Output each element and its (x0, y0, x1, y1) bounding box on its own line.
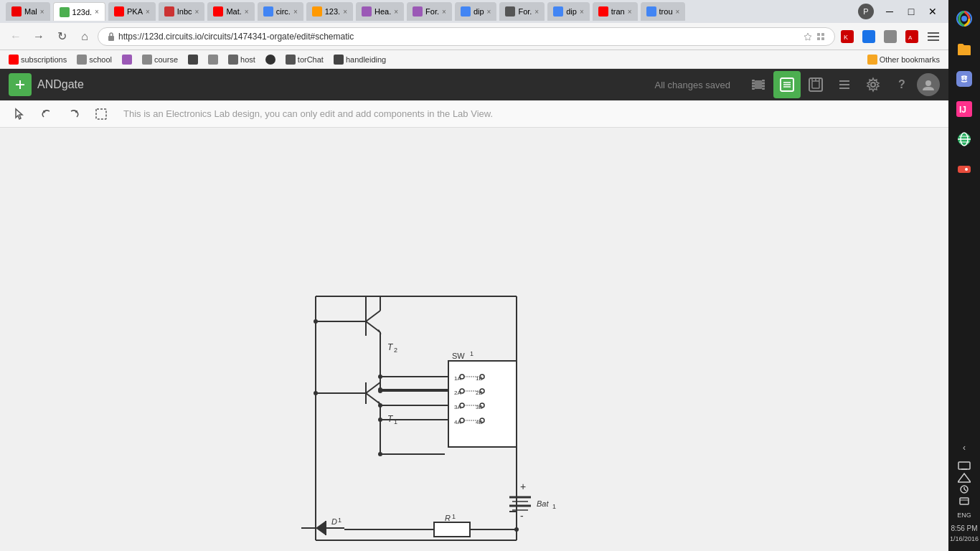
bookmark-subscriptions[interactable]: subscriptions (6, 52, 70, 67)
taskbar-folder-icon[interactable] (951, 36, 977, 62)
tab-fors[interactable]: For. × (407, 2, 452, 21)
tab-trou[interactable]: trou × (641, 2, 686, 21)
kaspersky-icon[interactable]: K (838, 27, 857, 46)
reload-button[interactable]: ↻ (52, 27, 72, 47)
bookmark-favicon (334, 55, 344, 65)
bookmark-torchat[interactable]: torChat (283, 52, 326, 67)
tab-favicon (553, 6, 563, 17)
svg-rect-29 (884, 30, 897, 43)
svg-rect-52 (812, 81, 819, 88)
tab-label: tran (611, 7, 625, 16)
taskbar-chevron-icon[interactable]: ‹ (960, 440, 969, 456)
tab-favicon (598, 6, 608, 17)
tab-close-icon[interactable]: × (394, 8, 398, 16)
bom-button[interactable] (831, 71, 858, 98)
bookmark-handleiding[interactable]: handleiding (331, 52, 389, 67)
svg-text:1: 1 (470, 350, 473, 357)
tab-close-icon[interactable]: × (534, 8, 539, 16)
help-icon: ? (898, 78, 905, 91)
extensions-icon[interactable] (816, 32, 826, 42)
tab-dip[interactable]: dip × (455, 2, 497, 21)
app-logo (9, 73, 32, 96)
pcb-button[interactable] (802, 71, 829, 98)
bookmark-school[interactable]: school (74, 52, 115, 67)
tab-close-icon[interactable]: × (343, 8, 347, 16)
tab-close-icon[interactable]: × (293, 8, 298, 16)
svg-rect-11 (958, 166, 971, 173)
bookmark-favicon (265, 55, 275, 65)
tab-fors2[interactable]: For. × (499, 2, 545, 21)
bookmark-icon1[interactable] (185, 52, 201, 67)
taskbar-network-icon[interactable] (951, 126, 977, 152)
close-button[interactable]: ✕ (923, 4, 943, 19)
tab-close-icon[interactable]: × (487, 8, 491, 16)
bookmark-favicon (228, 55, 238, 65)
bookmark-favicon (208, 55, 218, 65)
bookmark-course[interactable]: course (139, 52, 181, 67)
url-text: https://123d.circuits.io/circuits/147434… (118, 32, 800, 42)
extension-icon-3[interactable]: A (903, 27, 921, 46)
tab-123b[interactable]: 123. × (306, 2, 353, 21)
tab-tran[interactable]: tran × (593, 2, 638, 21)
svg-rect-19 (960, 498, 969, 504)
tab-close-icon[interactable]: × (245, 8, 249, 16)
bookmark-twitch[interactable] (119, 52, 135, 67)
tab-pka[interactable]: PKA × (108, 2, 156, 21)
help-button[interactable]: ? (888, 71, 915, 98)
taskbar-chrome-icon[interactable] (951, 6, 977, 32)
maximize-button[interactable]: □ (901, 4, 921, 19)
tab-favicon (362, 6, 372, 17)
bookmark-host[interactable]: host (225, 52, 258, 67)
bookmark-github[interactable] (263, 52, 278, 67)
tab-favicon (505, 6, 515, 17)
app-toolbar: ANDgate All changes saved (0, 69, 948, 100)
settings-button[interactable] (859, 71, 887, 98)
window-controls: P ─ □ ✕ (858, 4, 943, 19)
browser-user-avatar[interactable]: P (858, 4, 874, 19)
tab-close-icon[interactable]: × (442, 8, 446, 16)
tab-close-icon[interactable]: × (40, 8, 44, 16)
tab-close-icon[interactable]: × (146, 8, 150, 16)
taskbar-discord-icon[interactable] (951, 66, 977, 92)
tab-label: circ. (276, 7, 291, 16)
minimize-button[interactable]: ─ (880, 4, 900, 19)
forward-button[interactable]: → (29, 27, 49, 47)
tab-circ[interactable]: circ. × (258, 2, 303, 21)
bookmark-other[interactable]: Other bookmarks (864, 52, 943, 67)
tab-hea[interactable]: Hea. × (356, 2, 404, 21)
bookmark-icon2[interactable] (205, 52, 221, 67)
tab-123d[interactable]: 123d. × (53, 2, 105, 21)
star-icon[interactable] (803, 32, 813, 42)
tab-close-icon[interactable]: × (580, 8, 584, 16)
tab-favicon (11, 6, 22, 17)
tab-close-icon[interactable]: × (95, 8, 99, 16)
address-bar[interactable]: https://123d.circuits.io/circuits/147434… (98, 27, 835, 46)
cursor-tool-button[interactable] (9, 103, 30, 125)
redo-button[interactable] (63, 103, 85, 125)
svg-point-157 (514, 527, 519, 532)
tab-close-icon[interactable]: × (676, 8, 680, 16)
taskbar-jb-icon[interactable]: IJ (951, 96, 977, 122)
back-button[interactable]: ← (6, 27, 26, 47)
components-button[interactable] (745, 71, 772, 98)
tab-close-icon[interactable]: × (195, 8, 199, 16)
schematic-button[interactable] (773, 71, 801, 98)
extension-icon-1[interactable] (859, 27, 878, 46)
home-button[interactable]: ⌂ (75, 27, 95, 47)
taskbar-game-icon[interactable] (951, 156, 977, 182)
tab-dip2[interactable]: dip × (547, 2, 590, 21)
user-avatar[interactable] (917, 73, 940, 96)
select-tool-button[interactable] (90, 103, 112, 125)
svg-rect-45 (762, 87, 765, 88)
tab-mat[interactable]: Mat. × (207, 2, 254, 21)
canvas-area[interactable]: T 2 (0, 128, 948, 551)
undo-button[interactable] (36, 103, 57, 125)
tab-mal[interactable]: Mal × (6, 2, 50, 21)
tab-close-icon[interactable]: × (628, 8, 632, 16)
svg-rect-25 (821, 37, 824, 40)
select-tool-icon (95, 108, 108, 121)
svg-rect-40 (752, 81, 755, 83)
extension-icon-2[interactable] (881, 27, 900, 46)
chrome-menu-icon[interactable] (924, 27, 943, 46)
tab-inbox[interactable]: Inbc × (159, 2, 205, 21)
